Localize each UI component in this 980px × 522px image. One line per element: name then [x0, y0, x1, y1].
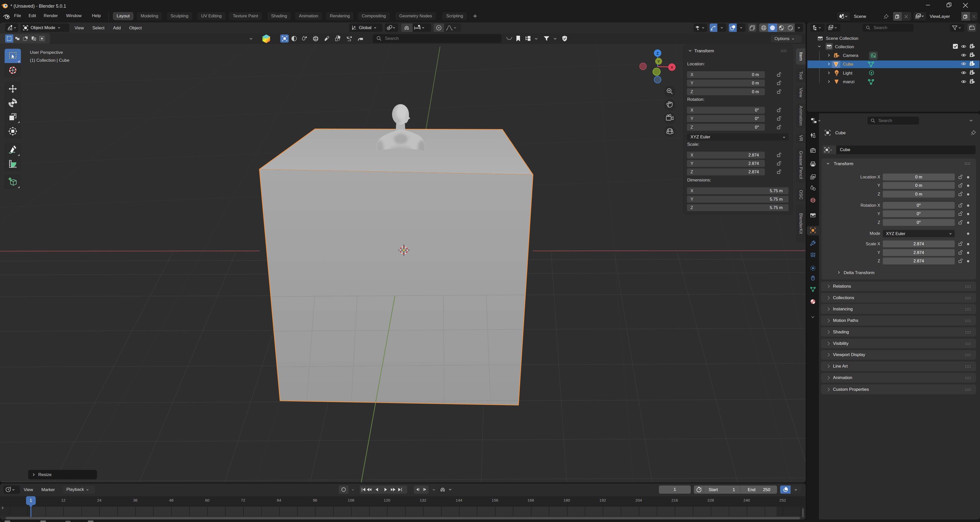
svg-text:Z: Z — [656, 51, 659, 56]
svg-text:Y: Y — [657, 59, 660, 64]
svg-text:X: X — [671, 65, 673, 69]
